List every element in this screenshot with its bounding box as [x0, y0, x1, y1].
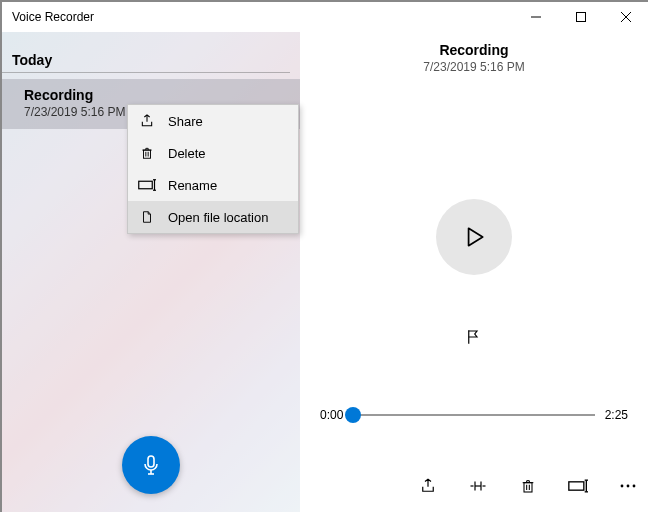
- svg-rect-14: [524, 483, 532, 492]
- bottom-action-bar: [416, 474, 640, 498]
- delete-button[interactable]: [516, 474, 540, 498]
- svg-marker-7: [469, 228, 483, 245]
- time-current: 0:00: [320, 408, 343, 422]
- more-button[interactable]: [616, 474, 640, 498]
- close-button[interactable]: [603, 2, 648, 32]
- play-icon: [461, 224, 487, 250]
- share-icon: [419, 477, 437, 495]
- app-title: Voice Recorder: [12, 10, 94, 24]
- menu-item-delete[interactable]: Delete: [128, 137, 298, 169]
- trim-icon: [468, 477, 488, 495]
- menu-label: Rename: [168, 178, 217, 193]
- menu-label: Share: [168, 114, 203, 129]
- timeline-thumb[interactable]: [345, 407, 361, 423]
- svg-rect-4: [148, 456, 154, 467]
- menu-item-open-file-location[interactable]: Open file location: [128, 201, 298, 233]
- svg-rect-21: [569, 482, 584, 490]
- play-button[interactable]: [436, 199, 512, 275]
- svg-rect-1: [576, 13, 585, 22]
- menu-item-share[interactable]: Share: [128, 105, 298, 137]
- add-marker-button[interactable]: [460, 325, 488, 349]
- minimize-button[interactable]: [513, 2, 558, 32]
- detail-timestamp: 7/23/2019 5:16 PM: [423, 60, 524, 74]
- detail-title: Recording: [439, 42, 508, 58]
- file-icon: [138, 208, 156, 226]
- menu-label: Delete: [168, 146, 206, 161]
- section-header-today: Today: [2, 44, 290, 73]
- menu-item-rename[interactable]: Rename: [128, 169, 298, 201]
- maximize-button[interactable]: [558, 2, 603, 32]
- svg-point-26: [627, 485, 630, 488]
- rename-icon: [138, 176, 156, 194]
- microphone-icon: [139, 453, 163, 477]
- recording-detail-panel: Recording 7/23/2019 5:16 PM 0:00 2:2: [300, 32, 648, 512]
- trim-button[interactable]: [466, 474, 490, 498]
- rename-icon: [568, 478, 588, 494]
- more-icon: [619, 483, 637, 489]
- playback-timeline[interactable]: 0:00 2:25: [320, 408, 628, 422]
- titlebar: Voice Recorder: [2, 2, 648, 32]
- context-menu: Share Delete Rename Open file location: [127, 104, 299, 234]
- svg-rect-35: [139, 181, 153, 189]
- flag-icon: [465, 328, 483, 346]
- trash-icon: [520, 477, 536, 495]
- recording-title: Recording: [24, 87, 286, 103]
- trash-icon: [138, 144, 156, 162]
- recording-timestamp: 7/23/2019 5:16 PM: [24, 105, 125, 119]
- share-icon: [138, 112, 156, 130]
- svg-rect-28: [144, 150, 151, 158]
- time-total: 2:25: [605, 408, 628, 422]
- record-button[interactable]: [122, 436, 180, 494]
- menu-label: Open file location: [168, 210, 268, 225]
- timeline-track[interactable]: [353, 414, 594, 416]
- share-button[interactable]: [416, 474, 440, 498]
- rename-button[interactable]: [566, 474, 590, 498]
- svg-point-27: [633, 485, 636, 488]
- svg-point-25: [621, 485, 624, 488]
